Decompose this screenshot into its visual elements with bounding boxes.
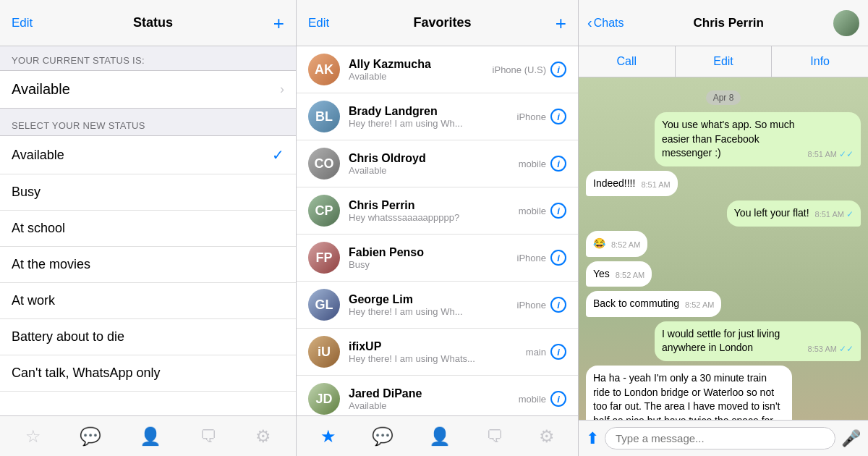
contact-item[interactable]: JD Jared DiPane Available mobile i: [297, 376, 578, 415]
tab-favorites-mid[interactable]: ★: [320, 426, 336, 447]
status-list: Available ✓ Busy At school At the movies…: [0, 135, 296, 415]
status-item[interactable]: At school: [0, 211, 296, 247]
attach-icon[interactable]: ⬆: [586, 429, 599, 448]
message-time: 8:52 AM: [611, 240, 640, 250]
chat-messages: Apr 8 You use what's app. So much easier…: [579, 77, 868, 420]
status-item[interactable]: At work: [0, 283, 296, 319]
status-item-label: At school: [12, 221, 65, 236]
contact-avatar: CO: [308, 148, 340, 180]
current-status-cell[interactable]: Available ›: [0, 70, 296, 109]
contact-device: mobile: [519, 394, 546, 405]
contact-name: George Lim: [349, 293, 509, 306]
tab-favorites[interactable]: ☆: [25, 426, 41, 447]
back-button[interactable]: ‹ Chats: [587, 14, 624, 31]
message-time: 8:51 AM ✓✓: [808, 148, 854, 161]
message-content: I would settle for just living anywhere …: [662, 327, 854, 355]
tick-icon: ✓: [846, 209, 854, 219]
contact-info-button[interactable]: i: [550, 297, 566, 313]
message-bubble: Back to commuting 8:52 AM: [586, 291, 721, 317]
contact-info-button[interactable]: i: [550, 109, 566, 124]
contact-info-button[interactable]: i: [550, 156, 566, 172]
message-time: 8:53 AM ✓✓: [808, 343, 854, 355]
message-content: Ha ha - yeah I'm only a 30 minute train …: [593, 371, 785, 420]
back-label: Chats: [594, 17, 624, 30]
message-bubble: You left your flat! 8:51 AM ✓: [727, 200, 861, 227]
message-text: Indeed!!!!: [593, 177, 635, 191]
message-content: You use what's app. So much easier than …: [662, 118, 854, 161]
contact-avatar: JD: [308, 383, 340, 415]
message-text: Back to commuting: [593, 297, 679, 311]
message-row: Indeed!!!! 8:51 AM: [586, 171, 861, 197]
status-add-button[interactable]: +: [273, 14, 284, 33]
tab-contacts-mid[interactable]: 👤: [429, 426, 451, 447]
contact-item[interactable]: iU ifixUP Hey there! I am using Whats...…: [297, 329, 578, 376]
favorites-add-button[interactable]: +: [556, 14, 566, 33]
contact-info: ifixUP Hey there! I am using Whats...: [349, 340, 517, 364]
status-title: Status: [133, 15, 173, 30]
status-item[interactable]: Battery about to die: [0, 319, 296, 355]
message-bubble: 😂 8:52 AM: [586, 231, 647, 257]
message-row: Yes 8:52 AM: [586, 261, 861, 287]
contact-info: Fabien Penso Busy: [349, 246, 509, 270]
edit-button[interactable]: Edit: [676, 46, 773, 77]
contact-right: mobile i: [519, 203, 566, 219]
contact-item[interactable]: CO Chris Oldroyd Available mobile i: [297, 140, 578, 187]
message-bubble: Ha ha - yeah I'm only a 30 minute train …: [586, 366, 792, 420]
status-item-label: Battery about to die: [12, 329, 124, 345]
tab-groups[interactable]: 🗨: [200, 426, 217, 447]
contact-info: Brady Landgren Hey there! I am using Wh.…: [349, 105, 509, 129]
message-content: Indeed!!!! 8:51 AM: [593, 177, 671, 191]
message-row: I would settle for just living anywhere …: [586, 321, 861, 361]
info-button[interactable]: Info: [772, 46, 868, 77]
contact-info-button[interactable]: i: [550, 62, 566, 77]
contact-name: Chris Oldroyd: [349, 152, 510, 165]
current-status-value: Available: [12, 81, 70, 98]
mid-tab-bar: ★ 💬 👤 🗨 ⚙: [297, 415, 578, 456]
chat-contact-avatar[interactable]: [833, 10, 859, 36]
contact-info-button[interactable]: i: [550, 391, 566, 407]
tab-contacts[interactable]: 👤: [140, 426, 161, 447]
status-item[interactable]: Available ✓: [0, 136, 296, 174]
contact-item[interactable]: FP Fabien Penso Busy iPhone i: [297, 235, 578, 282]
date-badge-text: Apr 8: [706, 90, 741, 105]
left-tab-bar: ☆ 💬 👤 🗨 ⚙: [0, 415, 296, 456]
contact-device: iPhone (U.S): [493, 64, 546, 75]
chat-input[interactable]: [605, 427, 835, 449]
status-item[interactable]: At the movies: [0, 247, 296, 283]
contact-item[interactable]: CP Chris Perrin Hey whatsssaaaaappppp? m…: [297, 187, 578, 235]
tab-settings-mid[interactable]: ⚙: [539, 426, 555, 447]
tab-settings[interactable]: ⚙: [255, 426, 271, 447]
message-text: 😂: [593, 237, 605, 251]
tab-chats-mid[interactable]: 💬: [372, 426, 393, 447]
message-bubble: You use what's app. So much easier than …: [655, 112, 861, 166]
tab-chats[interactable]: 💬: [80, 426, 101, 447]
status-item[interactable]: Busy: [0, 174, 296, 211]
contact-name: Chris Perrin: [349, 199, 510, 212]
contact-info-button[interactable]: i: [550, 344, 566, 360]
chat-nav-bar: ‹ Chats Chris Perrin: [579, 0, 868, 46]
contact-item[interactable]: BL Brady Landgren Hey there! I am using …: [297, 93, 578, 140]
status-item-label: At the movies: [12, 257, 90, 272]
message-row: Back to commuting 8:52 AM: [586, 291, 861, 317]
select-status-header: SELECT YOUR NEW STATUS: [0, 109, 296, 135]
status-edit-button[interactable]: Edit: [12, 16, 33, 30]
contact-name: Brady Landgren: [349, 105, 509, 118]
message-row: You use what's app. So much easier than …: [586, 112, 861, 166]
contact-item[interactable]: AK Ally Kazmucha Available iPhone (U.S) …: [297, 46, 578, 93]
message-text: I would settle for just living anywhere …: [662, 327, 802, 355]
mic-icon[interactable]: 🎤: [841, 429, 861, 448]
contact-info: George Lim Hey there! I am using Wh...: [349, 293, 509, 317]
status-item-label: At work: [12, 293, 55, 308]
chat-action-bar: Call Edit Info: [579, 46, 868, 77]
contact-item[interactable]: GL George Lim Hey there! I am using Wh..…: [297, 282, 578, 329]
status-panel: Edit Status + YOUR CURRENT STATUS IS: Av…: [0, 0, 297, 456]
contact-status: Available: [349, 165, 510, 176]
chevron-right-icon: ›: [280, 82, 284, 97]
tab-groups-mid[interactable]: 🗨: [486, 426, 503, 447]
call-button[interactable]: Call: [579, 46, 676, 77]
status-item[interactable]: Can't talk, WhatsApp only: [0, 355, 296, 392]
contact-right: main i: [526, 344, 566, 360]
contact-info-button[interactable]: i: [550, 203, 566, 219]
favorites-edit-button[interactable]: Edit: [308, 16, 329, 30]
contact-info-button[interactable]: i: [550, 250, 566, 266]
